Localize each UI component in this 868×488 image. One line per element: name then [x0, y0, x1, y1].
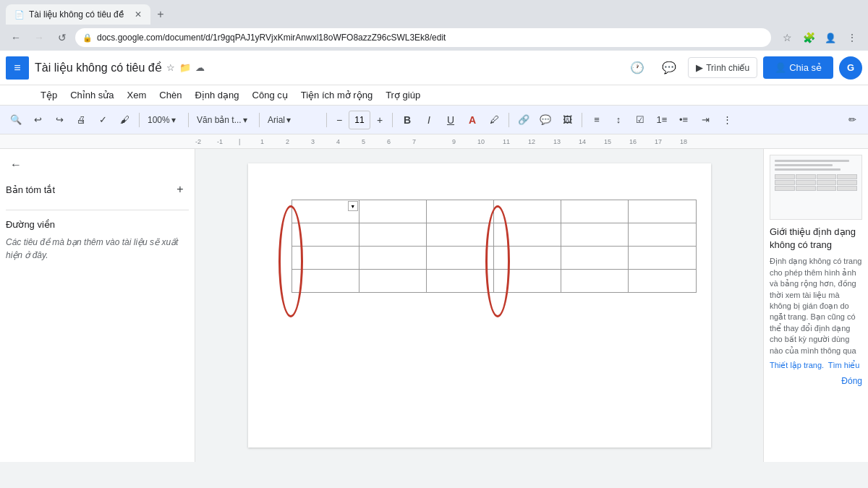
- present-label: Trình chiếu: [706, 63, 749, 73]
- menu-item-help[interactable]: Trợ giúp: [380, 87, 426, 103]
- user-avatar[interactable]: G: [839, 56, 862, 80]
- menu-item-extensions[interactable]: Tiện ích mở rộng: [295, 87, 378, 103]
- table-cell[interactable]: [359, 270, 426, 293]
- extensions-icon-btn[interactable]: 🧩: [799, 27, 819, 48]
- menu-item-view[interactable]: Xem: [122, 87, 153, 103]
- checklist-btn[interactable]: ☑: [630, 110, 650, 130]
- table-cell[interactable]: ▼: [292, 200, 359, 223]
- table-cell[interactable]: [561, 247, 629, 270]
- table-cell[interactable]: [426, 223, 493, 247]
- underline-btn[interactable]: U: [441, 110, 461, 130]
- bold-btn[interactable]: B: [397, 110, 417, 130]
- more-toolbar-btn[interactable]: ⋮: [717, 110, 737, 130]
- table-cell[interactable]: [629, 270, 696, 293]
- bullet-list-btn[interactable]: •≡: [673, 110, 694, 130]
- table-cell[interactable]: [561, 200, 629, 223]
- menu-item-edit[interactable]: Chỉnh sửa: [64, 87, 119, 103]
- forward-icon: →: [34, 32, 44, 43]
- line-spacing-icon: ↕: [616, 114, 621, 125]
- bold-icon: B: [404, 114, 411, 126]
- bookmark-icon-btn[interactable]: ☆: [777, 27, 797, 48]
- nav-back-btn[interactable]: ←: [6, 27, 26, 48]
- numbered-list-btn[interactable]: 1≡: [652, 110, 672, 130]
- back-icon: ←: [11, 32, 21, 43]
- redo-btn[interactable]: ↪: [49, 110, 69, 130]
- url-box[interactable]: 🔒 docs.google.com/document/d/1r9gqPAJ1yR…: [75, 28, 771, 47]
- menu-item-tools[interactable]: Công cụ: [247, 87, 294, 103]
- share-button[interactable]: 👤 Chia sẻ: [763, 56, 833, 79]
- style-select[interactable]: Văn bản t... ▾: [193, 111, 255, 129]
- image-btn[interactable]: 🖼: [557, 110, 577, 130]
- tab-close-icon[interactable]: ✕: [135, 9, 142, 20]
- panel-outline-section: Đường viền Các tiêu đề mà bạn thêm vào t…: [6, 210, 189, 262]
- link-btn[interactable]: 🔗: [514, 110, 534, 130]
- table-cell[interactable]: [493, 200, 561, 223]
- table-cell[interactable]: [561, 270, 629, 293]
- docs-logo[interactable]: ≡: [6, 56, 29, 80]
- line-spacing-btn[interactable]: ↕: [608, 110, 629, 130]
- editing-mode-btn[interactable]: ✏: [842, 110, 862, 130]
- undo-icon: ↩: [34, 114, 42, 125]
- drive-icon[interactable]: 📁: [179, 62, 191, 73]
- chrome-menu-btn[interactable]: ⋮: [842, 27, 862, 48]
- spell-check-btn[interactable]: ✓: [93, 110, 113, 130]
- undo-btn[interactable]: ↩: [27, 110, 48, 130]
- table-cell[interactable]: [629, 247, 696, 270]
- table-cell[interactable]: [561, 223, 629, 247]
- table-cell[interactable]: [493, 247, 561, 270]
- table-cell[interactable]: [359, 223, 426, 247]
- zoom-select[interactable]: 100% ▾: [144, 111, 184, 129]
- profile-icon-btn[interactable]: 👤: [820, 27, 841, 48]
- panel-description: Các tiêu đề mà bạn thêm vào tài liệu sẽ …: [6, 236, 189, 262]
- table-cell[interactable]: [426, 270, 493, 293]
- col-handle[interactable]: ▼: [348, 201, 358, 211]
- share-label: Chia sẻ: [789, 62, 822, 73]
- table-cell[interactable]: [629, 200, 696, 223]
- doc-area: ▼: [195, 149, 763, 462]
- table-cell[interactable]: [292, 270, 359, 293]
- font-size-input[interactable]: 11: [349, 111, 370, 129]
- present-btn[interactable]: ▶ Trình chiếu: [688, 57, 757, 78]
- table-cell[interactable]: [359, 200, 426, 223]
- docs-title-area: Tài liệu không có tiêu đề ☆ 📁 ☁: [35, 61, 205, 74]
- panel-back-btn[interactable]: ←: [6, 155, 26, 175]
- comment-toolbar-btn[interactable]: 💬: [535, 110, 556, 130]
- docs-cloud-icon: ☁: [195, 62, 205, 73]
- text-color-btn[interactable]: A: [462, 110, 482, 130]
- learn-link[interactable]: Tìm hiểu: [828, 361, 860, 369]
- search-toolbar-btn[interactable]: 🔍: [6, 110, 26, 130]
- new-tab-btn[interactable]: +: [150, 4, 171, 25]
- italic-btn[interactable]: I: [419, 110, 439, 130]
- table-cell[interactable]: [493, 270, 561, 293]
- panel-add-btn[interactable]: +: [171, 181, 189, 198]
- print-btn[interactable]: 🖨: [71, 110, 91, 130]
- table-cell[interactable]: [629, 223, 696, 247]
- nav-forward-btn[interactable]: →: [29, 27, 49, 48]
- font-size-increase-btn[interactable]: +: [372, 111, 388, 129]
- docs-header-right: 🕐 💬 ▶ Trình chiếu 👤 Chia sẻ G: [624, 55, 862, 81]
- setup-link[interactable]: Thiết lập trang.: [770, 361, 824, 369]
- font-select[interactable]: Arial ▾: [264, 111, 322, 129]
- table-cell[interactable]: [426, 247, 493, 270]
- table-cell[interactable]: [359, 247, 426, 270]
- doc-title-text[interactable]: Tài liệu không có tiêu đề: [35, 61, 162, 74]
- paint-format-btn[interactable]: 🖌: [114, 110, 135, 130]
- indent-btn[interactable]: ⇥: [695, 110, 715, 130]
- menu-item-tep[interactable]: Tệp: [35, 87, 63, 103]
- chrome-tab[interactable]: 📄 Tài liệu không có tiêu đề ✕: [6, 4, 150, 25]
- table-cell[interactable]: [493, 223, 561, 247]
- menu-item-insert[interactable]: Chèn: [153, 87, 187, 103]
- align-btn[interactable]: ≡: [587, 110, 607, 130]
- star-icon[interactable]: ☆: [166, 62, 175, 73]
- table-cell[interactable]: [426, 200, 493, 223]
- font-size-decrease-btn[interactable]: −: [331, 111, 347, 129]
- table-cell[interactable]: [292, 247, 359, 270]
- highlight-btn[interactable]: 🖊: [484, 110, 504, 130]
- main-layout: ← Bản tóm tắt + Đường viền Các tiêu đề m…: [0, 149, 868, 462]
- menu-item-format[interactable]: Định dạng: [189, 87, 244, 103]
- right-panel-action[interactable]: Đóng: [770, 376, 862, 386]
- table-cell[interactable]: [292, 223, 359, 247]
- comment-btn[interactable]: 💬: [656, 55, 682, 81]
- nav-refresh-btn[interactable]: ↺: [52, 27, 72, 48]
- history-btn[interactable]: 🕐: [624, 55, 650, 81]
